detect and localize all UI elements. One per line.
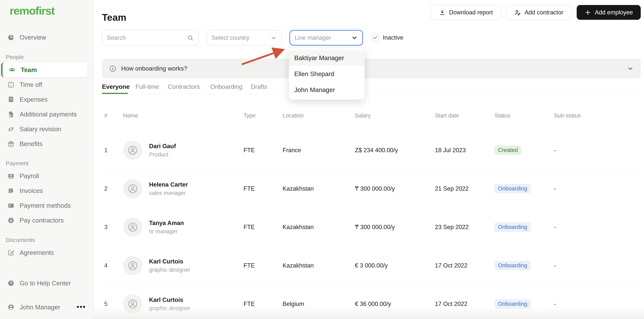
sub-status-cell: - [552,301,641,308]
status-cell: Onboarding [492,184,552,193]
sub-status-cell: - [552,185,641,192]
sidebar-item-pay-contractors[interactable]: $Pay contractors [0,213,93,228]
start-date-cell: 17 Oct 2022 [432,301,492,308]
info-icon [109,65,116,72]
location-cell: Belgium [280,301,352,308]
dropdown-option-john-manager[interactable]: John Manager [289,82,364,98]
add-contractor-button[interactable]: Add contractor [506,5,572,20]
sidebar-item-payment-methods[interactable]: Payment methods [0,198,93,213]
chevron-down-icon[interactable] [627,65,634,72]
sidebar-item-overview[interactable]: Overview [0,30,93,45]
pencil-square-icon [7,249,14,256]
invoices-icon [7,187,14,195]
sidebar-item-label: Pay contractors [20,217,64,224]
add-employee-button[interactable]: Add employee [577,5,641,20]
team-icon [8,66,16,74]
tab-contractors[interactable]: Contractors [168,83,200,90]
salary-cell: € 3 000.00/y [352,262,432,269]
sidebar-item-label: Team [21,66,37,74]
add-contractor-label: Add contractor [524,9,564,16]
sidebar-item-benefits[interactable]: Benefits [0,136,93,151]
employee-role: Product [149,151,176,158]
table-body: 1Dari GaufProductFTEFranceZ$ 234 400.00/… [102,131,641,319]
type-cell: FTE [241,224,280,231]
employee-role: graphic designer [149,305,190,312]
gift-icon [7,140,14,148]
tab-bar-divider [102,94,641,94]
download-icon [439,9,446,16]
status-cell: Onboarding [492,299,552,309]
sub-status-cell: - [552,224,641,231]
tab-drafts[interactable]: Drafts [251,83,267,90]
row-number: 5 [102,301,121,308]
sidebar-item-salary-revision[interactable]: Salary revision [0,122,93,136]
sidebar-item-expenses[interactable]: Expenses [0,92,93,107]
sidebar-item-label: Payroll [20,172,39,180]
column-header-start-date: Start date [432,112,492,119]
person-pen-icon [514,9,521,16]
sidebar-item-help-center[interactable]: ? Go to Help Center [0,276,93,291]
inactive-checkbox[interactable] [371,34,379,41]
country-select[interactable]: Select country [206,30,282,45]
sidebar-item-additional-payments[interactable]: Additional payments [0,107,93,122]
onboarding-banner[interactable]: How onboarding works? [102,59,641,78]
avatar [123,256,142,275]
dropdown-option-ellen-shepard[interactable]: Ellen Shepard [289,66,364,82]
line-manager-select[interactable]: Line manager [290,30,363,45]
location-cell: Kazakhstan [280,185,352,192]
start-date-cell: 18 Jul 2023 [432,147,492,154]
table-row[interactable]: 1Dari GaufProductFTEFranceZ$ 234 400.00/… [102,131,641,170]
table-row[interactable]: 3Tanya Amanhr managerFTEKazakhstan₸ 300 … [102,208,641,246]
sidebar-item-team[interactable]: Team [1,62,87,77]
remofirst-logo: remofirst [10,4,54,17]
chevron-down-icon [270,34,277,41]
table-row[interactable]: 5Karl Curtoisgraphic designerFTEBelgium€… [102,285,641,319]
sidebar-item-agreements[interactable]: Agreements [0,245,93,260]
table-row[interactable]: 4Karl Curtoisgraphic designerFTEKazakhst… [102,246,641,285]
table-row[interactable]: 2Helena Cartersales managerFTEKazakhstan… [102,170,641,208]
tab-bar: EveryoneFull-timeContractorsOnboardingDr… [94,82,644,94]
type-cell: FTE [241,301,280,308]
search-placeholder: Search [107,34,126,41]
sidebar-item-label: Time off [20,81,42,88]
employee-name: Karl Curtois [149,258,190,265]
dollar-circle-icon: $ [7,217,14,224]
table-header: #NameTypeLocationSalaryStart dateStatusS… [102,112,641,119]
employee-name: Helena Carter [149,181,188,188]
tab-full-time[interactable]: Full-time [136,83,159,90]
dropdown-option-baktiyar-manager[interactable]: Baktiyar Manager [289,50,364,66]
main-content: Team Download report Add contractor Add … [94,0,644,319]
search-input[interactable]: Search [102,30,199,45]
employee-role: graphic designer [149,267,190,273]
download-report-button[interactable]: Download report [430,5,501,20]
sidebar-item-time-off[interactable]: Time off [0,77,93,92]
tab-onboarding[interactable]: Onboarding [210,83,242,90]
user-circle-icon [7,304,14,311]
user-name: John Manager [20,304,60,311]
location-cell: Kazakhstan [280,262,352,269]
column-header-name: Name [121,112,241,119]
status-cell: Onboarding [492,222,552,232]
column-header-status: Status [492,112,552,119]
credit-card-icon [7,202,14,209]
employee-name: Karl Curtois [149,297,190,304]
type-cell: FTE [241,185,280,192]
help-center-label: Go to Help Center [20,280,71,287]
svg-text:$: $ [10,218,12,222]
row-number: 1 [102,147,121,154]
status-badge: Onboarding [494,261,531,270]
banner-text: How onboarding works? [121,65,187,72]
employee-name: Dari Gauf [149,143,176,150]
country-placeholder: Select country [212,34,249,41]
sidebar-item-payroll[interactable]: Payroll [0,169,93,183]
search-icon [187,34,194,41]
user-menu-ellipsis-icon[interactable]: ••• [76,303,86,311]
tab-everyone[interactable]: Everyone [102,83,130,90]
check-icon [372,35,378,40]
download-report-label: Download report [449,9,493,16]
status-badge: Onboarding [494,184,531,193]
employee-cell: Dari GaufProduct [121,141,241,160]
avatar [123,141,142,160]
sidebar-item-invoices[interactable]: Invoices [0,183,93,198]
sidebar: remofirst OverviewPeopleTeamTime offExpe… [0,0,94,319]
